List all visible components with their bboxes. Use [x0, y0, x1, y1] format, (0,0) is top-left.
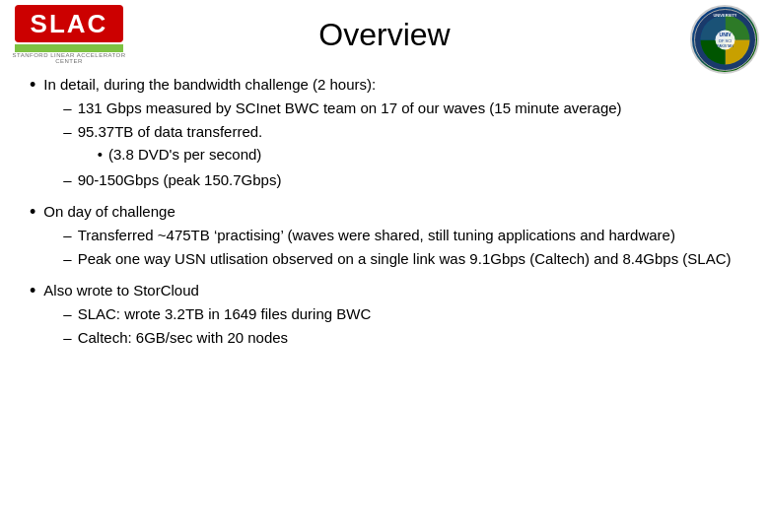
bullet-2-sublist: – Transferred ~475TB ‘practising’ (waves… [63, 225, 731, 269]
sub-text-4: Transferred ~475TB ‘practising’ (waves w… [78, 225, 675, 245]
sub-text-2: 95.37TB of data transferred. [78, 123, 263, 140]
logo-left: SLAC STANFORD LINEAR ACCELERATOR CENTER [10, 5, 128, 64]
sub-text-7: Caltech: 6GB/sec with 20 nodes [78, 327, 288, 348]
sub-dash-5: – [63, 248, 71, 269]
bullet-1-sub-2: – 95.37TB of data transferred. • (3.8 DV… [63, 121, 621, 166]
header: SLAC STANFORD LINEAR ACCELERATOR CENTER … [0, 0, 769, 69]
svg-text:PAKISTAN: PAKISTAN [717, 44, 734, 48]
svg-text:SLAC: SLAC [31, 9, 108, 38]
bullet-1-dot: • [30, 74, 35, 97]
bullet-3-sub-1: – SLAC: wrote 3.2TB in 1649 files during… [63, 303, 371, 324]
university-logo-svg: UNIV OF SCI PAKISTAN UNIVERSITY [693, 8, 757, 72]
svg-text:OF SCI: OF SCI [718, 38, 731, 43]
svg-rect-2 [15, 44, 123, 52]
bullet-3-dot: • [30, 280, 35, 302]
bullet-2-sub-1: – Transferred ~475TB ‘practising’ (waves… [63, 225, 731, 245]
sub-sub-list-1: • (3.8 DVD's per second) [98, 144, 263, 165]
bullet-1-sublist: – 131 Gbps measured by SCInet BWC team o… [63, 98, 621, 190]
bullet-3-text: Also wrote to StorCloud [43, 282, 199, 299]
sub-sub-item-1: • (3.8 DVD's per second) [98, 144, 263, 165]
bullet-3-sub-2: – Caltech: 6GB/sec with 20 nodes [63, 327, 371, 348]
sub-sub-bullet-1: • [98, 144, 103, 165]
sub-dash-7: – [63, 327, 71, 348]
bullet-1-text: In detail, during the bandwidth challeng… [43, 76, 376, 93]
sub-text-5: Peak one way USN utlisation observed on … [78, 248, 732, 269]
bullet-2-text: On day of challenge [43, 203, 175, 220]
stanford-text: STANFORD LINEAR ACCELERATOR CENTER [10, 52, 128, 64]
bullet-3-sublist: – SLAC: wrote 3.2TB in 1649 files during… [63, 303, 371, 348]
sub-dash-3: – [63, 169, 71, 190]
sub-text-6: SLAC: wrote 3.2TB in 1649 files during B… [78, 303, 372, 324]
slac-logo-svg: SLAC [15, 5, 123, 52]
bullet-2: • On day of challenge – Transferred ~475… [30, 201, 739, 272]
svg-text:UNIVERSITY: UNIVERSITY [713, 13, 736, 18]
sub-dash-6: – [63, 303, 71, 324]
sub-dash-2: – [63, 121, 71, 142]
logo-right: UNIV OF SCI PAKISTAN UNIVERSITY [690, 5, 759, 74]
main-content: • In detail, during the bandwidth challe… [0, 69, 769, 368]
sub-sub-text-1: (3.8 DVD's per second) [108, 144, 261, 165]
sub-dash-4: – [63, 225, 71, 245]
bullet-2-dot: • [30, 201, 35, 224]
sub-text-1: 131 Gbps measured by SCInet BWC team on … [78, 98, 622, 118]
bullet-2-sub-2: – Peak one way USN utlisation observed o… [63, 248, 731, 269]
bullet-3: • Also wrote to StorCloud – SLAC: wrote … [30, 280, 739, 351]
bullet-1: • In detail, during the bandwidth challe… [30, 74, 739, 193]
svg-text:UNIV: UNIV [719, 32, 732, 37]
bullet-1-sub-3: – 90-150Gbps (peak 150.7Gbps) [63, 169, 621, 190]
sub-text-3: 90-150Gbps (peak 150.7Gbps) [78, 169, 282, 190]
bullet-1-sub-1: – 131 Gbps measured by SCInet BWC team o… [63, 98, 621, 118]
page-title: Overview [318, 17, 450, 53]
sub-dash-1: – [63, 98, 71, 118]
